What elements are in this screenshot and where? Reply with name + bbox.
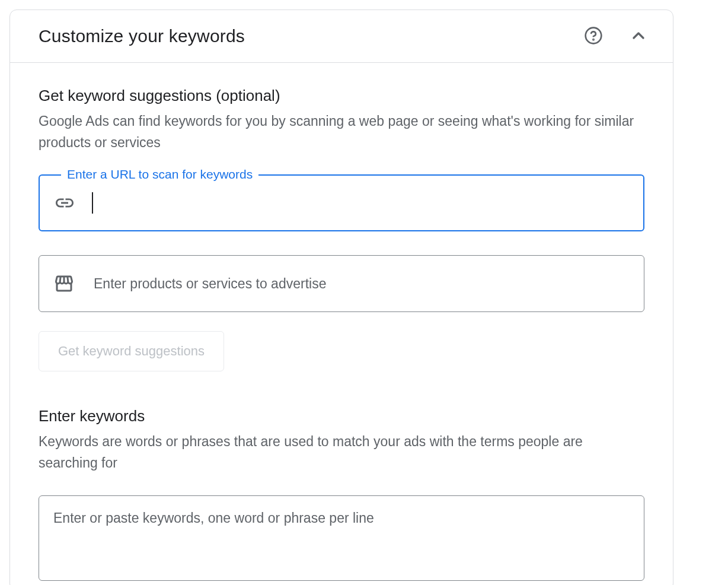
keywords-title: Enter keywords [39,407,644,425]
products-input-field[interactable] [39,255,644,312]
keywords-description: Keywords are words or phrases that are u… [39,431,644,473]
url-input-field[interactable]: Enter a URL to scan for keywords [39,174,644,231]
products-input[interactable] [94,256,630,311]
card-body: Get keyword suggestions (optional) Googl… [10,63,673,585]
suggestions-title: Get keyword suggestions (optional) [39,87,644,105]
collapse-button[interactable] [628,26,649,47]
header-actions [583,26,649,47]
storefront-icon [53,273,75,294]
card-header: Customize your keywords [10,10,673,63]
svg-point-1 [593,39,593,40]
chevron-up-icon [629,26,648,47]
suggestions-description: Google Ads can find keywords for you by … [39,111,644,153]
card-title: Customize your keywords [39,26,245,46]
keywords-textarea[interactable] [53,510,630,564]
help-button[interactable] [583,26,604,47]
keywords-textarea-field[interactable] [39,495,644,581]
get-suggestions-button[interactable]: Get keyword suggestions [39,331,224,371]
help-icon [584,26,603,47]
customize-keywords-card: Customize your keywords [9,9,673,585]
